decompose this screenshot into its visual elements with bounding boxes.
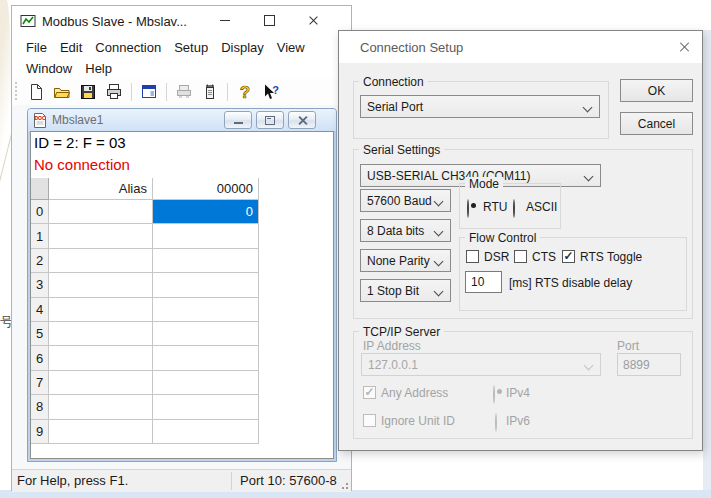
open-file-icon[interactable] (51, 82, 73, 102)
menu-item-view[interactable]: View (277, 40, 305, 55)
table-row: 9 (31, 420, 333, 444)
context-help-icon[interactable]: ? (260, 82, 282, 102)
alias-cell[interactable] (49, 298, 153, 322)
menu-item-setup[interactable]: Setup (174, 40, 208, 55)
ipv4-radio-label: IPv4 (506, 386, 530, 400)
baud-rate-combo[interactable]: 57600 Baud (360, 189, 451, 212)
close-button[interactable] (296, 6, 330, 34)
rts-disable-delay-input[interactable] (465, 271, 502, 293)
value-cell[interactable] (153, 273, 259, 297)
table-row: 2 (31, 249, 333, 273)
ascii-radio-label[interactable]: ASCII (526, 200, 557, 214)
toolbar-grip[interactable] (15, 82, 17, 102)
rts-toggle-label[interactable]: RTS Toggle (580, 250, 642, 264)
rts-toggle-checkbox[interactable]: ✓ (562, 250, 575, 263)
dsr-checkbox[interactable] (466, 250, 479, 263)
parity-value: None Parity (367, 254, 430, 268)
status-bar: For Help, press F1. Port 10: 57600-8 (12, 469, 351, 492)
doc-icon: DOC (32, 112, 48, 128)
flow-control-label: Flow Control (465, 231, 540, 245)
stop-bits-combo[interactable]: 1 Stop Bit (360, 279, 451, 302)
grid-col-header-00000: 00000 (153, 178, 259, 200)
grid-corner-cell (31, 178, 49, 200)
row-header: 0 (31, 200, 49, 224)
row-header: 4 (31, 298, 49, 322)
status-help-text: For Help, press F1. (17, 473, 128, 488)
tcpip-server-label: TCP/IP Server (359, 325, 444, 339)
menu-item-connection[interactable]: Connection (95, 40, 161, 55)
value-cell[interactable] (153, 346, 259, 370)
doc-close-button[interactable] (288, 111, 316, 129)
alias-cell[interactable] (49, 224, 153, 248)
value-cell[interactable] (153, 395, 259, 419)
data-bits-combo[interactable]: 8 Data bits (360, 219, 451, 242)
chevron-down-icon (584, 172, 594, 182)
print-icon[interactable] (103, 82, 125, 102)
dialog-titlebar[interactable]: Connection Setup (339, 31, 702, 63)
connection-type-combo[interactable]: Serial Port (360, 95, 600, 118)
chevron-down-icon (583, 103, 593, 113)
rtu-radio[interactable] (467, 199, 469, 218)
alias-cell[interactable] (49, 371, 153, 395)
data-bits-value: 8 Data bits (367, 224, 424, 238)
menubar-row2: WindowHelp (26, 61, 112, 76)
connection-setup-dialog: Connection Setup Connection Serial Port … (338, 30, 703, 451)
value-cell[interactable] (153, 224, 259, 248)
ipv6-radio-label: IPv6 (506, 414, 530, 428)
menu-item-edit[interactable]: Edit (60, 40, 82, 55)
minimize-button[interactable] (208, 6, 242, 34)
save-icon[interactable] (77, 82, 99, 102)
cts-checkbox-label[interactable]: CTS (532, 250, 556, 264)
cancel-button[interactable]: Cancel (620, 112, 693, 135)
doc-restore-button[interactable] (256, 111, 284, 129)
alias-cell[interactable] (49, 420, 153, 444)
dsr-checkbox-label[interactable]: DSR (484, 250, 509, 264)
doc-minimize-button[interactable] (224, 111, 252, 129)
value-cell[interactable] (153, 371, 259, 395)
communication-traffic-icon[interactable] (199, 82, 221, 102)
menu-item-window[interactable]: Window (26, 61, 72, 76)
close-icon (298, 116, 307, 125)
alias-cell[interactable] (49, 200, 153, 224)
alias-cell[interactable] (49, 346, 153, 370)
value-cell[interactable] (153, 322, 259, 346)
main-titlebar[interactable]: Modbus Slave - Mbslav... (12, 6, 351, 36)
row-header: 7 (31, 371, 49, 395)
maximize-button[interactable] (252, 6, 286, 34)
dialog-close-button[interactable] (674, 38, 694, 56)
ok-button[interactable]: OK (620, 79, 693, 102)
minimize-icon (220, 20, 230, 21)
table-row: 6 (31, 346, 333, 370)
menu-item-file[interactable]: File (26, 40, 47, 55)
row-header: 6 (31, 346, 49, 370)
display-setup-icon[interactable] (138, 82, 160, 102)
tcp-port-input (617, 353, 681, 376)
help-icon[interactable]: ? (234, 82, 256, 102)
toolbar-separator (166, 83, 167, 101)
row-header: 1 (31, 224, 49, 248)
alias-cell[interactable] (49, 322, 153, 346)
ascii-radio[interactable] (513, 199, 515, 218)
row-header: 3 (31, 273, 49, 297)
value-cell[interactable] (153, 249, 259, 273)
value-cell-selected[interactable]: 0 (153, 200, 259, 224)
cts-checkbox[interactable] (514, 250, 527, 263)
alias-cell[interactable] (49, 395, 153, 419)
resize-grip[interactable] (339, 480, 349, 490)
toolbar-separator (131, 83, 132, 101)
minimize-icon (234, 122, 243, 124)
menu-item-display[interactable]: Display (221, 40, 264, 55)
doc-titlebar[interactable]: DOC Mbslave1 (28, 109, 336, 131)
rts-disable-delay-label: [ms] RTS disable delay (509, 276, 632, 290)
new-document-icon[interactable] (25, 82, 47, 102)
alias-cell[interactable] (49, 273, 153, 297)
parity-combo[interactable]: None Parity (360, 249, 451, 272)
value-cell[interactable] (153, 298, 259, 322)
menu-item-help[interactable]: Help (85, 61, 112, 76)
rtu-radio-label[interactable]: RTU (483, 200, 507, 214)
value-cell[interactable] (153, 420, 259, 444)
table-row: 00 (31, 200, 333, 224)
chevron-down-icon (584, 361, 594, 371)
table-row: 4 (31, 298, 333, 322)
alias-cell[interactable] (49, 249, 153, 273)
